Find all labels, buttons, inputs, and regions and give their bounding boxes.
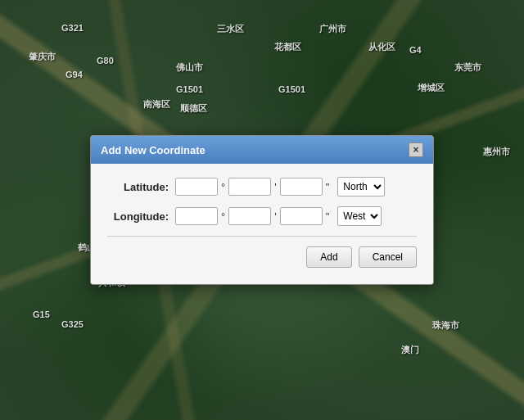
latitude-seconds-input[interactable]	[280, 178, 323, 196]
degrees-symbol-lat: °	[221, 181, 225, 193]
minutes-symbol-lon: '	[274, 210, 276, 223]
modal-footer: Add Cancel	[107, 246, 417, 271]
close-button[interactable]: ×	[409, 142, 423, 157]
latitude-direction-select[interactable]: NorthSouth	[337, 177, 385, 196]
longitude-inputs: ° ' " WestEast	[175, 206, 382, 226]
modal-header: Add New Coordinate ×	[91, 136, 433, 164]
latitude-row: Latitude: ° ' " NorthSouth	[107, 177, 417, 196]
longitude-minutes-input[interactable]	[228, 207, 271, 225]
degrees-symbol-lon: °	[221, 210, 225, 223]
cancel-button[interactable]: Cancel	[359, 246, 417, 268]
seconds-symbol-lon: "	[326, 210, 330, 223]
longitude-seconds-input[interactable]	[280, 207, 323, 225]
minutes-symbol-lat: '	[274, 181, 276, 193]
longitude-degrees-input[interactable]	[175, 207, 218, 225]
latitude-inputs: ° ' " NorthSouth	[175, 177, 385, 196]
longitude-label: Longitude:	[107, 210, 169, 223]
latitude-label: Latitude:	[107, 181, 169, 193]
longitude-direction-select[interactable]: WestEast	[337, 206, 382, 226]
modal-overlay: Add New Coordinate × Latitude: ° ' " Nor…	[0, 0, 524, 420]
latitude-degrees-input[interactable]	[175, 178, 218, 196]
modal-divider	[107, 236, 417, 237]
add-coordinate-modal: Add New Coordinate × Latitude: ° ' " Nor…	[90, 135, 434, 285]
longitude-row: Longitude: ° ' " WestEast	[107, 206, 417, 226]
modal-body: Latitude: ° ' " NorthSouth Longitude: °	[91, 164, 433, 284]
modal-title: Add New Coordinate	[101, 144, 206, 156]
seconds-symbol-lat: "	[326, 181, 330, 193]
add-button[interactable]: Add	[306, 246, 351, 268]
latitude-minutes-input[interactable]	[228, 178, 271, 196]
